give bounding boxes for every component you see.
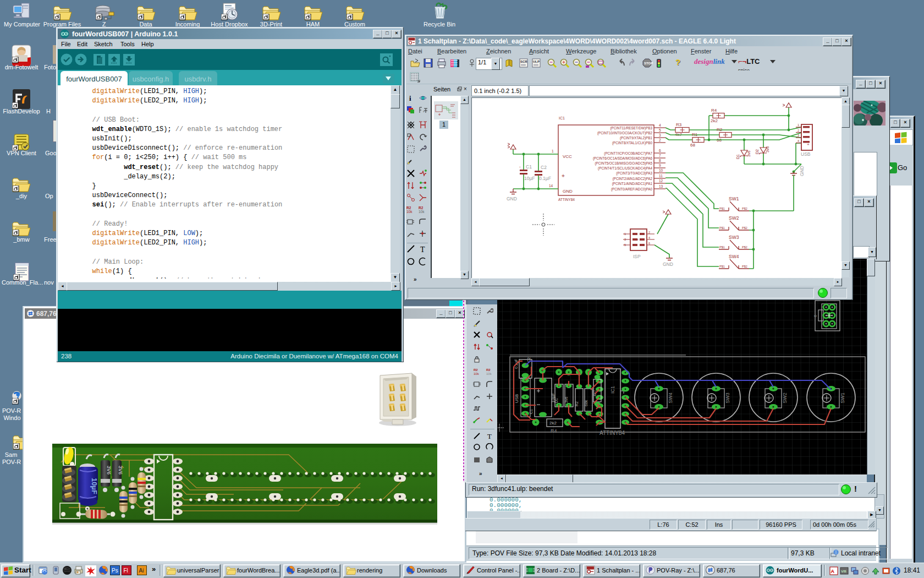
svg-text:USB: USB (801, 151, 811, 157)
svg-text:5: 5 (624, 243, 626, 247)
svg-text:3v6: 3v6 (747, 151, 751, 157)
svg-text:68k: 68k (584, 400, 588, 406)
svg-text:R1: R1 (692, 132, 698, 137)
svg-text:R2: R2 (419, 206, 424, 210)
svg-text:12: 12 (659, 179, 663, 183)
svg-text:GND: GND (663, 261, 673, 267)
svg-text:R4: R4 (711, 108, 717, 113)
svg-text:14: 14 (549, 184, 553, 188)
svg-text:4: 4 (648, 236, 650, 239)
svg-text:3: 3 (659, 133, 661, 137)
svg-text:13: 13 (659, 184, 663, 188)
svg-text:10: 10 (659, 168, 663, 172)
svg-text:10µF: 10µF (90, 478, 98, 494)
svg-text:3: 3 (798, 134, 799, 137)
svg-text:8: 8 (659, 159, 661, 162)
svg-text:10k: 10k (486, 372, 492, 375)
svg-text:(PCINT8/XTAL1/CLK)PB0: (PCINT8/XTAL1/CLK)PB0 (612, 141, 653, 145)
svg-text:D2: D2 (755, 149, 759, 154)
svg-text:Ps: Ps (112, 568, 118, 574)
svg-text:3v6: 3v6 (564, 397, 568, 403)
svg-text:D1: D1 (554, 398, 558, 403)
svg-text:(PCINT2/AIN1/ADC2)PA2: (PCINT2/AIN1/ADC2)PA2 (613, 177, 653, 181)
svg-text:2k2: 2k2 (549, 421, 557, 426)
svg-text:2: 2 (648, 231, 650, 234)
svg-text:R2: R2 (575, 401, 579, 406)
svg-text:1: 1 (624, 232, 626, 236)
svg-text:3v6: 3v6 (766, 146, 769, 152)
svg-text:9: 9 (659, 163, 661, 167)
svg-text:(PCINT10/INT0/OC0A/CKOUT)PB2: (PCINT10/INT0/OC0A/CKOUT)PB2 (597, 131, 653, 135)
svg-text:T: T (487, 432, 492, 440)
svg-text:D1: D1 (736, 154, 740, 159)
svg-text:SW2: SW2 (729, 215, 739, 221)
svg-text:°: ° (423, 111, 425, 114)
svg-text:R2: R2 (486, 368, 491, 372)
svg-text:USB: USB (514, 394, 519, 403)
svg-text:10µF: 10µF (524, 176, 535, 181)
svg-text:C2: C2 (541, 165, 547, 170)
svg-text:1: 1 (552, 149, 554, 153)
svg-text:ATTINY84: ATTINY84 (600, 430, 625, 436)
svg-text:2: 2 (659, 138, 661, 142)
svg-text:ATTINY84: ATTINY84 (558, 198, 575, 201)
svg-text:10k: 10k (474, 372, 480, 375)
svg-text:SW4: SW4 (729, 254, 739, 259)
svg-text:1: 1 (798, 123, 799, 127)
svg-text:7: 7 (659, 154, 661, 157)
svg-text:ULP: ULP (533, 60, 540, 63)
svg-text:ISP: ISP (633, 254, 641, 259)
svg-text:SW1: SW1 (729, 196, 739, 201)
svg-text:SW3: SW3 (725, 392, 730, 403)
svg-text:P$1: P$1 (719, 265, 725, 268)
svg-text:4: 4 (798, 139, 799, 143)
svg-text:+: + (807, 142, 810, 147)
svg-text:6: 6 (648, 242, 650, 245)
svg-text:R2: R2 (406, 206, 411, 210)
svg-text:P$1: P$1 (719, 207, 725, 210)
svg-text:IC1: IC1 (610, 386, 615, 394)
svg-text:A: A (831, 569, 835, 574)
svg-text:SW4: SW4 (668, 392, 673, 403)
svg-text:68: 68 (690, 143, 695, 148)
svg-text:(PCINT0/AREF/ADC0)PA0: (PCINT0/AREF/ADC0)PA0 (611, 187, 653, 192)
svg-text:SW2: SW2 (782, 392, 788, 403)
svg-text:R2: R2 (474, 368, 478, 372)
svg-text:10k: 10k (406, 210, 413, 214)
svg-text:Fl: Fl (124, 568, 128, 574)
svg-text:GND: GND (507, 196, 517, 201)
svg-text:(PCINT7/ICP/OC0B/ADC7)PA7: (PCINT7/ICP/OC0B/ADC7)PA7 (604, 151, 652, 156)
svg-text:STOP: STOP (644, 62, 653, 65)
svg-text:0.1µF: 0.1µF (539, 176, 551, 181)
svg-text:(PCINT6/OC1A/SDA/MOSI/ADC6)PA6: (PCINT6/OC1A/SDA/MOSI/ADC6)PA6 (593, 156, 653, 161)
svg-text:IC1: IC1 (559, 116, 565, 120)
svg-text:Ai: Ai (139, 568, 144, 574)
svg-text:P$2: P$2 (742, 265, 747, 268)
svg-text:SW3: SW3 (729, 235, 739, 240)
svg-text:10k: 10k (419, 210, 425, 214)
svg-text:(PCINT9/XTAL2)PB1: (PCINT9/XTAL2)PB1 (620, 136, 653, 140)
svg-text:C1: C1 (529, 409, 533, 414)
svg-text:P$2: P$2 (742, 207, 747, 210)
svg-text:GND: GND (799, 166, 805, 176)
svg-text:6: 6 (813, 315, 817, 317)
svg-text:11: 11 (659, 174, 663, 178)
svg-text:C1: C1 (526, 164, 532, 170)
svg-text:(PCINT5/OC1B/MISO/DO/ADC5)PA5: (PCINT5/OC1B/MISO/DO/ADC5)PA5 (595, 161, 652, 166)
svg-text:R3: R3 (676, 122, 682, 127)
svg-text:2k2: 2k2 (711, 118, 718, 123)
svg-text:P$1: P$1 (719, 226, 725, 230)
svg-text:VCC: VCC (563, 154, 572, 159)
svg-text:3V6: 3V6 (118, 466, 123, 475)
svg-text:6: 6 (659, 149, 661, 152)
svg-text:P$2: P$2 (742, 246, 747, 249)
svg-text:(PCINT3/T0/ADC3)PA3: (PCINT3/T0/ADC3)PA3 (616, 171, 652, 176)
svg-text:(PCINT11/RESET/DW)PB3: (PCINT11/RESET/DW)PB3 (610, 126, 652, 130)
svg-text:3V6: 3V6 (106, 466, 112, 475)
svg-text:(PCINT1/AIND/ADC1)PA1: (PCINT1/AIND/ADC1)PA1 (612, 182, 653, 186)
svg-text:SCR: SCR (520, 60, 527, 63)
svg-text:P$1: P$1 (719, 246, 725, 249)
svg-text:2: 2 (798, 129, 799, 132)
svg-text:P$2: P$2 (742, 226, 747, 230)
svg-text:GND: GND (563, 189, 573, 194)
